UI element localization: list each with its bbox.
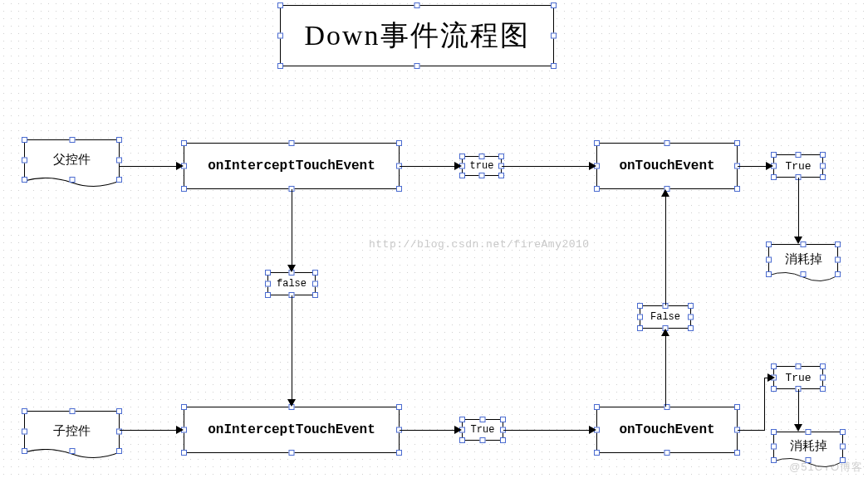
label-child-touch: onTouchEvent — [614, 421, 719, 439]
diagram-title-box: Down事件流程图 — [280, 5, 554, 66]
node-cond-true-bottom: True — [462, 419, 503, 441]
arrowhead-down-icon — [287, 399, 296, 407]
arrowhead-up-icon — [661, 329, 669, 336]
label-cond-false-mid: false — [272, 276, 311, 291]
edge — [738, 430, 764, 431]
edge — [798, 389, 799, 424]
edge — [502, 166, 589, 167]
arrowhead-right-icon — [176, 162, 184, 170]
watermark-text: http://blog.csdn.net/fireAmy2010 — [369, 238, 590, 251]
edge — [292, 189, 292, 265]
edge — [665, 336, 666, 407]
edge — [400, 166, 454, 167]
edge — [665, 197, 666, 305]
node-child-doc: 子控件 — [24, 411, 120, 451]
arrowhead-up-icon — [661, 189, 669, 197]
arrowhead-right-icon — [589, 426, 596, 434]
label-child-doc: 子控件 — [48, 422, 96, 441]
edge — [738, 166, 766, 167]
label-cond-true-bottom: True — [466, 422, 500, 437]
arrowhead-right-icon — [454, 162, 462, 170]
label-cond-false-right: False — [645, 310, 685, 324]
node-out-true-bottom: True — [773, 366, 823, 389]
node-child-intercept: onInterceptTouchEvent — [184, 407, 400, 453]
edge — [798, 178, 799, 237]
diagram-title: Down事件流程图 — [299, 15, 534, 56]
arrowhead-down-icon — [287, 265, 296, 272]
node-parent-intercept: onInterceptTouchEvent — [184, 143, 400, 189]
label-child-intercept: onInterceptTouchEvent — [203, 421, 380, 439]
arrowhead-down-icon — [794, 237, 802, 244]
label-parent-touch: onTouchEvent — [614, 157, 719, 175]
node-parent-touch: onTouchEvent — [596, 143, 738, 189]
edge — [120, 430, 176, 431]
node-cond-false-right: False — [640, 305, 691, 329]
node-out-true-top: True — [773, 154, 823, 178]
edge — [764, 378, 765, 431]
label-out-consume-bottom: 消耗掉 — [785, 437, 832, 456]
corner-mark: @51CTO博客 — [789, 460, 863, 475]
node-cond-false-mid: false — [267, 272, 316, 295]
arrowhead-down-icon — [794, 424, 802, 432]
label-out-consume-top: 消耗掉 — [780, 250, 827, 269]
node-out-consume-bottom: 消耗掉 — [773, 432, 843, 460]
node-child-touch: onTouchEvent — [596, 407, 738, 453]
edge — [120, 166, 176, 167]
arrowhead-right-icon — [767, 373, 775, 382]
edge — [400, 430, 454, 431]
label-parent-intercept: onInterceptTouchEvent — [203, 157, 380, 175]
label-out-true-bottom: True — [780, 370, 816, 386]
arrowhead-right-icon — [454, 426, 462, 434]
node-cond-true-top: true — [462, 156, 502, 176]
label-cond-true-top: true — [465, 159, 499, 173]
node-out-consume-top: 消耗掉 — [768, 244, 838, 274]
label-out-true-top: True — [780, 159, 816, 174]
arrowhead-right-icon — [766, 162, 773, 170]
edge — [292, 295, 292, 399]
node-parent-doc: 父控件 — [24, 139, 120, 179]
label-parent-doc: 父控件 — [48, 150, 96, 169]
arrowhead-right-icon — [176, 426, 184, 434]
edge — [503, 430, 589, 431]
arrowhead-right-icon — [589, 162, 596, 170]
